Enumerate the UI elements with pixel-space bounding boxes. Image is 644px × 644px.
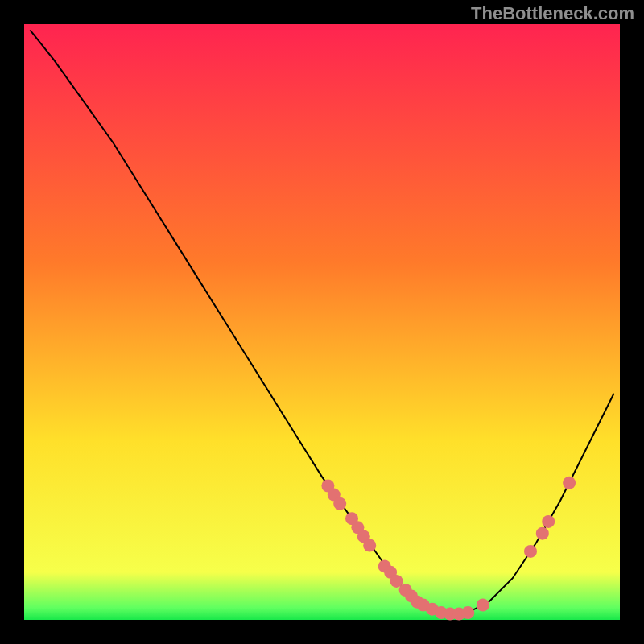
- data-marker: [524, 545, 537, 558]
- watermark-text: TheBottleneck.com: [471, 3, 634, 24]
- data-marker: [363, 539, 376, 552]
- plot-background: [24, 24, 620, 620]
- data-marker: [461, 606, 474, 619]
- data-marker: [536, 527, 549, 540]
- data-marker: [333, 497, 346, 510]
- bottleneck-chart: TheBottleneck.com: [0, 0, 644, 644]
- data-marker: [563, 477, 576, 489]
- chart-svg: [0, 0, 644, 644]
- data-marker: [477, 599, 489, 612]
- data-marker: [542, 515, 555, 528]
